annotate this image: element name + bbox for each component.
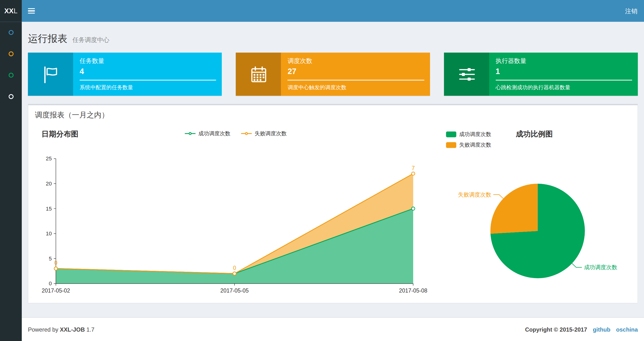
app-logo[interactable]: XXL [0,0,22,22]
svg-text:0: 0 [49,280,52,286]
swatch-icon [446,142,456,148]
svg-text:成功调度次数: 成功调度次数 [584,264,617,270]
line-chart-legend: 成功调度次数 失败调度次数 [150,130,322,137]
legend-item-success[interactable]: 成功调度次数 [185,130,230,137]
report-panel: 调度报表（一月之内） 日期分布图 成功调度次数 失败调度次数 051015202… [28,104,638,303]
line-marker-icon [185,133,196,134]
svg-text:15: 15 [46,206,52,212]
svg-text:25: 25 [46,156,52,162]
svg-text:2017-05-08: 2017-05-08 [399,287,427,294]
product-name: XXL-JOB [60,326,85,332]
info-box-description: 调度中心触发的调度次数 [288,84,424,91]
page-subtitle: 任务调度中心 [72,36,110,43]
legend-item-success[interactable]: 成功调度次数 [446,131,491,138]
success-ratio-pie-chart: 成功调度次数失败调度次数 [439,163,638,302]
svg-text:10: 10 [46,231,52,237]
svg-text:0: 0 [54,260,57,266]
content-wrapper: 运行报表 任务调度中心 任务数量 4 系统中配置的任务数量 [22,22,644,309]
sidebar-item-1[interactable] [0,22,22,43]
info-box-title: 调度次数 [288,57,424,65]
svg-text:7: 7 [412,165,415,171]
info-box-triggers: 调度次数 27 调度中心触发的调度次数 [236,53,430,96]
legend-label: 成功调度次数 [459,131,491,138]
page-header: 运行报表 任务调度中心 [28,32,638,45]
legend-label: 成功调度次数 [198,130,230,137]
circle-icon [8,94,13,99]
calendar-icon [236,53,281,96]
svg-text:20: 20 [46,181,52,187]
info-box-progress [288,80,424,81]
circle-icon [8,51,13,56]
footer: Powered by XXL-JOB 1.7 Copyright © 2015-… [22,317,644,341]
info-box-row: 任务数量 4 系统中配置的任务数量 [28,53,638,96]
legend-item-fail[interactable]: 失败调度次数 [241,130,286,137]
svg-text:2017-05-05: 2017-05-05 [220,287,249,294]
sidebar-toggle-button[interactable] [22,0,40,22]
legend-label: 失败调度次数 [255,130,287,137]
sidebar-item-3[interactable] [0,65,22,86]
pie-chart-legend: 成功调度次数 失败调度次数 [446,131,491,149]
svg-text:0: 0 [233,265,236,271]
top-navbar: XXL 注销 [0,0,644,22]
info-box-description: 系统中配置的任务数量 [80,84,216,91]
page-title: 运行报表 [28,33,68,44]
info-box-value: 27 [288,67,424,76]
app-logo-bold: XX [4,7,14,15]
hamburger-icon [28,8,35,9]
svg-text:5: 5 [49,256,52,262]
info-box-progress [80,80,216,81]
circle-icon [8,30,13,35]
info-box-value: 4 [80,67,216,76]
line-chart-title: 日期分布图 [42,129,78,139]
logout-link[interactable]: 注销 [618,0,644,22]
svg-text:2017-05-02: 2017-05-02 [42,287,70,294]
sidebar-menu [0,22,22,107]
info-box-description: 心跳检测成功的执行器机器数量 [496,84,632,91]
footer-copyright: Copyright © 2015-2017 github oschina [525,326,638,332]
circle-icon [8,73,13,78]
info-box-title: 执行器数量 [496,57,632,65]
pie-chart-title: 成功比例图 [516,129,553,139]
flag-icon [28,53,73,96]
product-version: 1.7 [86,326,94,332]
app-logo-rest: L [14,7,17,15]
legend-label: 失败调度次数 [459,141,491,149]
sidebar-item-4[interactable] [0,86,22,107]
sidebar [0,22,22,341]
info-box-progress [496,80,632,81]
github-link[interactable]: github [593,326,610,332]
legend-item-fail[interactable]: 失败调度次数 [446,141,491,149]
swatch-icon [446,131,456,137]
info-box-jobs: 任务数量 4 系统中配置的任务数量 [28,53,222,96]
info-box-value: 1 [496,67,632,76]
svg-text:失败调度次数: 失败调度次数 [458,191,491,198]
line-marker-icon [241,133,252,134]
sliders-icon [444,53,489,96]
oschina-link[interactable]: oschina [616,326,638,332]
info-box-title: 任务数量 [80,57,216,65]
footer-powered: Powered by XXL-JOB 1.7 [28,326,94,332]
info-box-executors: 执行器数量 1 心跳检测成功的执行器机器数量 [444,53,638,96]
sidebar-item-2[interactable] [0,43,22,65]
